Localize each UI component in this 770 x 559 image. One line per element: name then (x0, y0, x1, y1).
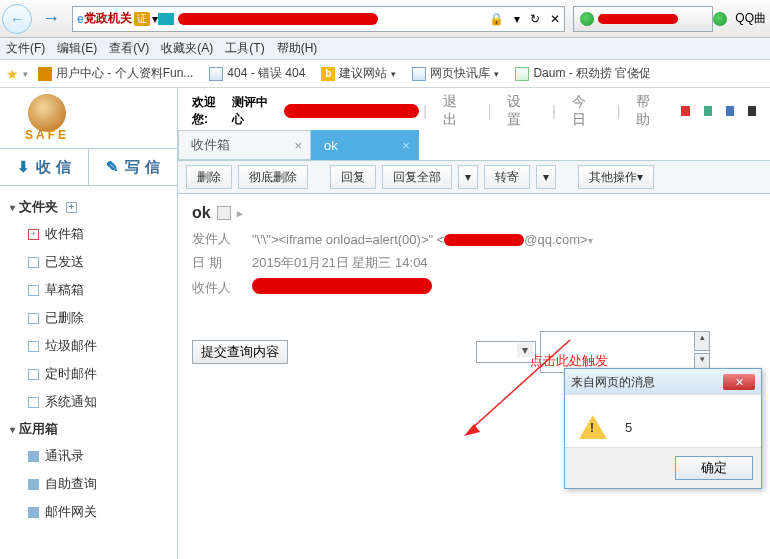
sidebar-item-gateway[interactable]: 邮件网关 (0, 498, 177, 526)
chevron-down-icon: ▾ (10, 424, 15, 435)
browser-tab[interactable] (573, 6, 713, 32)
folder-icon (28, 341, 39, 352)
redacted-url (178, 13, 378, 25)
bookmark-bar: ★ ▾ 用户中心 - 个人资料Fun... 404 - 错误 404 b建议网站… (0, 60, 770, 88)
bookmark-item[interactable]: 网页快讯库▾ (406, 63, 505, 84)
compose-button[interactable]: ✎写 信 (89, 149, 177, 185)
settings-link[interactable]: 设 置 (507, 93, 538, 129)
menu-view[interactable]: 查看(V) (109, 40, 149, 57)
theme-blue[interactable] (726, 106, 734, 116)
menu-help[interactable]: 帮助(H) (277, 40, 318, 57)
logo-text: SAFE (25, 128, 69, 142)
app-icon (28, 507, 39, 518)
refresh-icon[interactable]: ↻ (530, 12, 540, 26)
menu-favorites[interactable]: 收藏夹(A) (161, 40, 213, 57)
mail-icon (158, 13, 174, 25)
receive-button[interactable]: ⬇收 信 (0, 149, 89, 185)
forward-dropdown[interactable]: ▾ (536, 165, 556, 189)
forward-button[interactable]: 转寄 (484, 165, 530, 189)
message-view: ok ▸ 发件人 "\'\"><iframe onload=alert(00)>… (178, 194, 770, 307)
purge-button[interactable]: 彻底删除 (238, 165, 308, 189)
mail-toolbar: 删除 彻底删除 回复 回复全部 ▾ 转寄 ▾ 其他操作 ▾ (178, 160, 770, 194)
alert-dialog: 来自网页的消息 ✕ ! 5 确定 (564, 368, 762, 489)
qq-icon[interactable] (713, 12, 727, 26)
sidebar-item-inbox[interactable]: 收件箱 (0, 220, 177, 248)
today-link[interactable]: 今 日 (572, 93, 603, 129)
folder-group[interactable]: ▾文件夹 (0, 194, 177, 220)
menu-edit[interactable]: 编辑(E) (57, 40, 97, 57)
back-button[interactable]: ← (0, 2, 34, 36)
download-icon: ⬇ (17, 158, 30, 176)
folder-icon (28, 229, 39, 240)
expand-icon[interactable]: ▸ (237, 207, 243, 220)
dropdown-icon[interactable]: ▾ (514, 12, 520, 26)
from-prefix: "\'\"><iframe onload=alert(00)>" < (252, 232, 444, 247)
alert-ok-button[interactable]: 确定 (675, 456, 753, 480)
sidebar-item-draft[interactable]: 草稿箱 (0, 276, 177, 304)
mail-tab-row: 收件箱× ok× (178, 130, 770, 160)
menu-tools[interactable]: 工具(T) (225, 40, 264, 57)
app-group[interactable]: ▾应用箱 (0, 416, 177, 442)
sidebar: SAFE ⬇收 信 ✎写 信 ▾文件夹 收件箱 已发送 草稿箱 已删除 垃圾邮件… (0, 88, 178, 559)
address-bar[interactable]: e 党政机关 证 ▾ 🔒 ▾ ↻ ✕ (72, 6, 565, 32)
forward-button[interactable]: → (34, 2, 68, 36)
alert-titlebar[interactable]: 来自网页的消息 ✕ (565, 369, 761, 395)
bookmark-label: 网页快讯库 (430, 65, 490, 82)
welcome-label: 欢迎您: (192, 94, 228, 128)
item-label: 收件箱 (45, 225, 84, 243)
close-icon[interactable]: × (402, 138, 410, 153)
tab-inbox[interactable]: 收件箱× (178, 130, 311, 160)
page-icon (209, 67, 223, 81)
subject-text: ok (192, 204, 211, 222)
close-icon[interactable]: ✕ (550, 12, 560, 26)
menu-bar: 文件(F) 编辑(E) 查看(V) 收藏夹(A) 工具(T) 帮助(H) (0, 38, 770, 60)
cert-badge: 证 (134, 12, 150, 26)
bookmark-label: Daum - 积劲捞 官侥促 (533, 65, 651, 82)
item-label: 垃圾邮件 (45, 337, 97, 355)
bookmark-label: 建议网站 (339, 65, 387, 82)
favorites-icon[interactable]: ★ (6, 66, 19, 82)
other-actions-button[interactable]: 其他操作 ▾ (578, 165, 654, 189)
bookmark-item[interactable]: Daum - 积劲捞 官侥促 (509, 63, 657, 84)
bookmark-item[interactable]: 用户中心 - 个人资料Fun... (32, 63, 199, 84)
help-link[interactable]: 帮 助 (636, 93, 667, 129)
alert-close-button[interactable]: ✕ (723, 374, 755, 390)
item-label: 已发送 (45, 253, 84, 271)
sidebar-item-sent[interactable]: 已发送 (0, 248, 177, 276)
edit-icon: ✎ (106, 158, 119, 176)
menu-file[interactable]: 文件(F) (6, 40, 45, 57)
message-subject: ok ▸ (192, 204, 756, 222)
alert-message: 5 (625, 420, 632, 435)
from-suffix: @qq.com> (524, 232, 587, 247)
logo: SAFE (10, 94, 84, 142)
theme-red[interactable] (681, 106, 689, 116)
delete-button[interactable]: 删除 (186, 165, 232, 189)
sidebar-item-contacts[interactable]: 通讯录 (0, 442, 177, 470)
sidebar-item-deleted[interactable]: 已删除 (0, 304, 177, 332)
close-icon[interactable]: × (294, 138, 302, 153)
spinner-up[interactable]: ▴ (694, 331, 710, 351)
sidebar-item-scheduled[interactable]: 定时邮件 (0, 360, 177, 388)
from-value: "\'\"><iframe onload=alert(00)>" <@qq.co… (252, 232, 756, 247)
add-icon[interactable] (66, 202, 77, 213)
sidebar-item-spam[interactable]: 垃圾邮件 (0, 332, 177, 360)
reply-button[interactable]: 回复 (330, 165, 376, 189)
bookmark-item[interactable]: b建议网站▾ (315, 63, 402, 84)
flag-icon[interactable] (217, 206, 231, 220)
replyall-dropdown[interactable]: ▾ (458, 165, 478, 189)
submit-query-button[interactable]: 提交查询内容 (192, 340, 288, 364)
logout-link[interactable]: 退 出 (443, 93, 474, 129)
sidebar-item-selfquery[interactable]: 自助查询 (0, 470, 177, 498)
theme-black[interactable] (748, 106, 756, 116)
replyall-button[interactable]: 回复全部 (382, 165, 452, 189)
sidebar-item-system[interactable]: 系统通知 (0, 388, 177, 416)
folder-icon (28, 257, 39, 268)
address-site-label: 党政机关 (84, 10, 132, 27)
redacted-recipient (252, 278, 432, 294)
theme-green[interactable] (704, 106, 712, 116)
tab-label: ok (324, 138, 338, 153)
item-label: 已删除 (45, 309, 84, 327)
item-label: 通讯录 (45, 447, 84, 465)
tab-ok[interactable]: ok× (311, 130, 419, 160)
bookmark-item[interactable]: 404 - 错误 404 (203, 63, 311, 84)
